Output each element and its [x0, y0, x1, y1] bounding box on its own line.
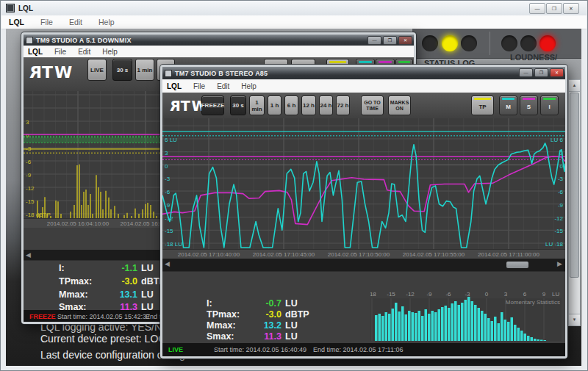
svg-text:Momentary Statistics: Momentary Statistics: [506, 299, 560, 306]
tm7-button-m[interactable]: M: [499, 96, 517, 115]
tm7-minimize-button[interactable]: —: [519, 68, 533, 77]
tm7-menu-bar: LQLFileEditHelp: [162, 79, 565, 93]
tm7-button-marks[interactable]: MARKS ON: [388, 96, 411, 115]
tm9-menu-edit[interactable]: Edit: [78, 48, 90, 56]
tm9-menu-file[interactable]: File: [54, 48, 66, 56]
tm7-status-start-time: Start time: 2014.02.05 16:40:49: [214, 346, 306, 353]
tm7-button-r30[interactable]: 30 s: [230, 96, 246, 115]
tm9-status-start-time: Start time: 2014.02.05 15:42:37: [57, 313, 150, 320]
scroll-down-button[interactable]: ▼: [569, 314, 580, 325]
main-window-controls: — ❐ ✕: [529, 3, 579, 14]
tm7-time-label: 2014.02.05 17:10:55:00: [393, 251, 474, 258]
tm7-menu-file[interactable]: File: [193, 82, 205, 90]
tm9-stats-unit: LU: [141, 263, 154, 273]
tm7-scroll-right-button[interactable]: ▶: [557, 260, 562, 267]
tm9-menu-lql[interactable]: LQL: [28, 48, 43, 56]
tm9-scroll-left-button[interactable]: ◀: [26, 251, 31, 259]
tm7-scroll-left-button[interactable]: ◀: [165, 260, 170, 267]
tm7-maximize-button[interactable]: ❐: [534, 68, 548, 77]
main-scrollbar[interactable]: ▲ ▼: [568, 79, 581, 326]
tm9-window-icon: [26, 37, 33, 44]
tm7-stats-value: -0.7: [245, 298, 282, 309]
tm9-status-mode: FREEZE: [29, 313, 56, 320]
tm7-button-s[interactable]: S: [520, 96, 538, 115]
tm7-close-button[interactable]: ✕: [550, 68, 564, 77]
svg-text:-3: -3: [165, 176, 171, 182]
tm7-stats-label: Smax:: [207, 331, 234, 342]
svg-text:-15: -15: [554, 228, 563, 234]
lql-application-window: LQL — ❐ ✕ LQLFileEditHelp STATUS LOG LOU…: [0, 0, 588, 371]
tm7-stats-label: I:: [207, 298, 212, 309]
svg-text:-6: -6: [165, 189, 171, 195]
status-lamp-2: [442, 35, 458, 51]
tm7-button-r12h[interactable]: 12 h: [301, 96, 316, 115]
svg-text:-6: -6: [445, 291, 451, 298]
tm9-button-r1min[interactable]: 1 min: [135, 59, 154, 81]
tm7-button-i[interactable]: I: [540, 96, 559, 115]
svg-text:-9: -9: [558, 202, 564, 209]
main-title-bar[interactable]: LQL — ❐ ✕: [1, 1, 587, 16]
tm9-stats-value: 13.1: [97, 289, 137, 300]
tm7-h-scrollbar-thumb[interactable]: [506, 262, 528, 268]
svg-text:0: 0: [165, 163, 168, 170]
tm7-time-label: 2014.02.05 17:10:40:00: [168, 251, 249, 258]
svg-text:-12: -12: [406, 291, 415, 298]
tm7-h-scrollbar[interactable]: ◀▶: [162, 259, 565, 271]
tm9-minimize-button[interactable]: —: [368, 36, 381, 45]
i-color-stripe: [543, 98, 556, 100]
menu-item-file[interactable]: File: [40, 18, 53, 26]
tm9-window-controls: —❐✕: [368, 36, 412, 45]
tm7-menu-lql[interactable]: LQL: [167, 82, 182, 90]
main-menu-bar: LQLFileEditHelp: [1, 15, 587, 29]
menu-item-lql[interactable]: LQL: [9, 18, 24, 26]
tm7-button-freeze[interactable]: FREEZE: [201, 96, 224, 115]
tm7-chart-area: 6 LULU 63300-3-3-6-6-9-9-12-12-15-15-18 …: [162, 118, 565, 249]
tm7-status-bar: LIVEStart time: 2014.02.05 16:40:49End t…: [162, 343, 565, 356]
svg-text:-3: -3: [465, 291, 470, 298]
tm7-button-r1h[interactable]: 1 h: [268, 96, 282, 115]
tm7-button-r1min[interactable]: 1 min: [249, 96, 265, 115]
tm9-maximize-button[interactable]: ❐: [383, 36, 397, 45]
tm7-time-label: 2014.02.05 17:11:00:00: [468, 251, 549, 258]
tm7-title-bar[interactable]: TM7 STUDIO B STEREO A85—❐✕: [162, 67, 565, 79]
menu-item-help[interactable]: Help: [98, 18, 115, 26]
tm7-button-tp[interactable]: TP: [471, 96, 494, 115]
minimize-button[interactable]: —: [529, 3, 545, 14]
tm9-stats-value: -1.1: [97, 263, 137, 273]
svg-text:-18 LU: -18 LU: [165, 241, 182, 248]
maximize-button[interactable]: ❐: [546, 3, 562, 14]
tm7-momentary-statistics-histogram: -18-15-12-9-6-30369LUMomentary Statistic…: [370, 290, 562, 343]
tm9-stats-label: Mmax:: [59, 289, 88, 300]
tm7-stats-label: TPmax:: [207, 309, 240, 320]
tm9-window-title: TM9 STUDIO A 5.1 DOWNMIX: [36, 37, 132, 44]
tm9-button-live[interactable]: LIVE: [87, 59, 107, 81]
tm9-stats-label: TPmax:: [59, 276, 92, 287]
m-color-stripe: [359, 61, 372, 63]
svg-text:3: 3: [26, 119, 29, 126]
tm7-stats-value: -3.0: [245, 309, 282, 320]
svg-text:3: 3: [504, 291, 508, 298]
tm9-title-bar[interactable]: TM9 STUDIO A 5.1 DOWNMIX—❐✕: [24, 35, 414, 46]
tm7-button-goto[interactable]: GO TO TIME: [361, 96, 384, 115]
scrollbar-thumb[interactable]: [570, 93, 579, 278]
tm7-button-r72h[interactable]: 72 h: [336, 96, 350, 115]
tm7-menu-help[interactable]: Help: [241, 82, 257, 90]
tm7-menu-edit[interactable]: Edit: [217, 82, 229, 90]
tp-color-stripe: [329, 61, 346, 63]
svg-text:6 LU: 6 LU: [165, 137, 177, 143]
s-color-stripe: [523, 98, 535, 100]
close-button[interactable]: ✕: [563, 3, 579, 14]
scroll-up-button[interactable]: ▲: [569, 80, 580, 92]
tm7-stats-value: 11.3: [245, 331, 282, 342]
tm9-close-button[interactable]: ✕: [398, 36, 412, 45]
tm7-button-r24h[interactable]: 24 h: [319, 96, 333, 115]
tm7-button-r6h[interactable]: 6 h: [284, 96, 298, 115]
status-lamp-5: [520, 35, 537, 51]
svg-text:9: 9: [542, 291, 546, 298]
svg-text:0: 0: [485, 291, 489, 298]
status-lamp-3: [461, 35, 477, 51]
menu-item-edit[interactable]: Edit: [69, 18, 82, 26]
svg-text:LU -18: LU -18: [545, 241, 564, 248]
tm9-button-r30[interactable]: 30 s: [112, 59, 132, 81]
tm9-menu-help[interactable]: Help: [102, 48, 118, 56]
